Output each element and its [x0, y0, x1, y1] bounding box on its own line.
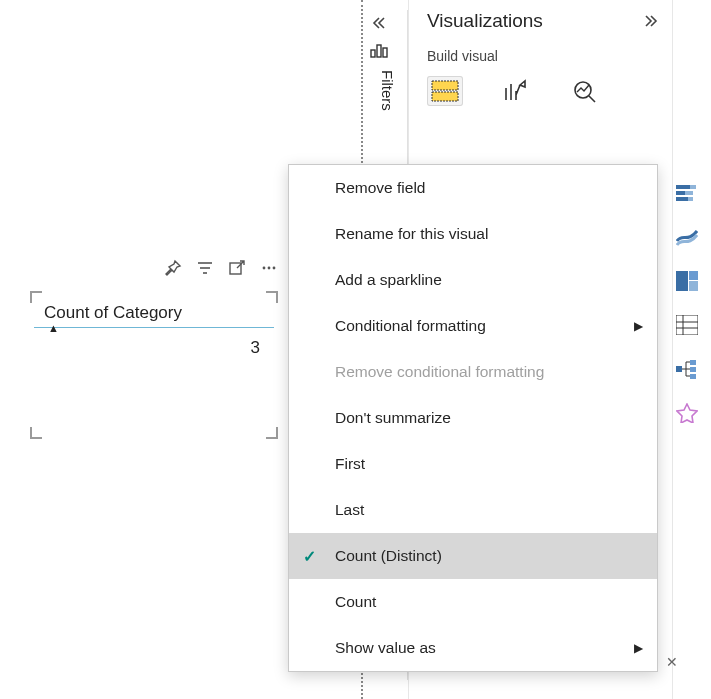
- svg-rect-4: [432, 92, 458, 101]
- svg-rect-21: [690, 367, 696, 372]
- menu-conditional-formatting[interactable]: Conditional formatting▶: [289, 303, 657, 349]
- analytics-tab[interactable]: [567, 76, 603, 106]
- svg-rect-22: [690, 374, 696, 379]
- collapse-visualizations-icon[interactable]: [644, 14, 660, 28]
- field-context-menu: Remove field Rename for this visual Add …: [288, 164, 658, 672]
- svg-rect-7: [690, 185, 696, 189]
- visual-type-matrix-icon[interactable]: [674, 312, 700, 338]
- table-cell-value: 3: [34, 328, 274, 368]
- menu-first[interactable]: First: [289, 441, 657, 487]
- svg-rect-8: [676, 191, 685, 195]
- menu-rename[interactable]: Rename for this visual: [289, 211, 657, 257]
- table-visual[interactable]: Count of Category ▲ 3: [34, 295, 274, 435]
- svg-rect-1: [377, 45, 381, 57]
- visual-toolbar: [164, 259, 278, 277]
- visual-type-stacked-bar-icon[interactable]: [674, 180, 700, 206]
- svg-rect-6: [676, 185, 690, 189]
- svg-rect-10: [676, 197, 688, 201]
- menu-last[interactable]: Last: [289, 487, 657, 533]
- svg-rect-9: [685, 191, 693, 195]
- menu-dont-summarize[interactable]: Don't summarize: [289, 395, 657, 441]
- resize-handle[interactable]: [30, 427, 42, 439]
- expand-filters-icon[interactable]: [370, 10, 407, 36]
- menu-count-distinct[interactable]: ✓Count (Distinct): [289, 533, 657, 579]
- column-header-text: Count of Category: [44, 303, 182, 322]
- pin-icon[interactable]: [164, 259, 182, 277]
- svg-rect-13: [689, 271, 698, 280]
- menu-add-sparkline[interactable]: Add a sparkline: [289, 257, 657, 303]
- visual-type-decomposition-icon[interactable]: [674, 356, 700, 382]
- svg-point-27: [263, 267, 266, 270]
- svg-rect-15: [676, 315, 698, 335]
- build-visual-tab[interactable]: [427, 76, 463, 106]
- svg-rect-19: [676, 366, 682, 372]
- menu-show-value-as[interactable]: Show value as▶: [289, 625, 657, 671]
- chevron-right-icon: ▶: [634, 319, 643, 333]
- close-icon[interactable]: ✕: [661, 651, 683, 673]
- visualizations-title: Visualizations: [427, 10, 543, 32]
- svg-rect-0: [371, 50, 375, 57]
- menu-count[interactable]: Count: [289, 579, 657, 625]
- svg-rect-11: [688, 197, 693, 201]
- svg-rect-26: [230, 263, 241, 274]
- filters-pane-label[interactable]: Filters: [379, 70, 396, 111]
- svg-point-28: [268, 267, 271, 270]
- table-column-header[interactable]: Count of Category ▲: [34, 295, 274, 328]
- svg-rect-14: [689, 281, 698, 291]
- format-visual-tab[interactable]: [497, 76, 533, 106]
- visual-type-custom-icon[interactable]: [674, 400, 700, 426]
- visual-type-ribbon-icon[interactable]: [674, 224, 700, 250]
- svg-rect-20: [690, 360, 696, 365]
- check-icon: ✓: [303, 547, 316, 566]
- svg-rect-12: [676, 271, 688, 291]
- sort-ascending-icon: ▲: [48, 322, 59, 334]
- visual-type-treemap-icon[interactable]: [674, 268, 700, 294]
- filters-chart-icon: [370, 42, 407, 58]
- menu-remove-field[interactable]: Remove field: [289, 165, 657, 211]
- build-visual-tabs: [427, 76, 672, 106]
- visual-type-gallery: [674, 180, 704, 444]
- more-options-icon[interactable]: [260, 259, 278, 277]
- menu-remove-conditional-formatting: Remove conditional formatting: [289, 349, 657, 395]
- build-visual-label: Build visual: [427, 48, 672, 64]
- svg-point-29: [273, 267, 276, 270]
- filter-icon[interactable]: [196, 259, 214, 277]
- svg-rect-3: [432, 81, 458, 90]
- resize-handle[interactable]: [266, 427, 278, 439]
- focus-mode-icon[interactable]: [228, 259, 246, 277]
- chevron-right-icon: ▶: [634, 641, 643, 655]
- svg-rect-2: [383, 48, 387, 57]
